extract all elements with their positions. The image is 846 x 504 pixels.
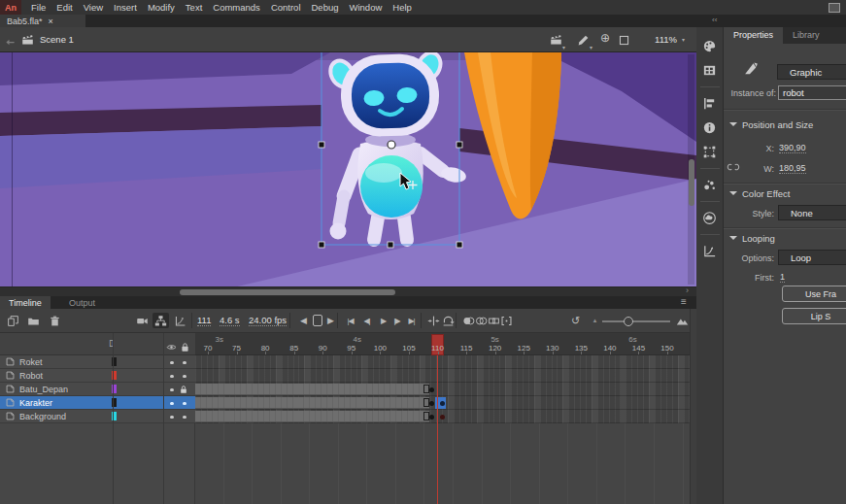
collapse-triangle-icon[interactable]	[729, 236, 737, 244]
zoom-level-select[interactable]: 111% ▾	[631, 32, 688, 47]
layer-name[interactable]: Batu_Depan	[19, 385, 68, 394]
collapse-triangle-icon[interactable]	[729, 122, 737, 130]
new-folder-button[interactable]	[25, 313, 42, 328]
brush-library-panel-icon[interactable]	[698, 173, 722, 197]
use-frame-picker-button[interactable]: Use Fra	[782, 286, 846, 302]
color-panel-icon[interactable]	[698, 34, 722, 58]
new-layer-button[interactable]	[5, 313, 21, 328]
menu-window[interactable]: Window	[350, 2, 383, 13]
section-color-effect[interactable]: Color Effect	[729, 188, 790, 199]
layer-name[interactable]: Roket	[19, 357, 43, 367]
loop-options-select[interactable]: Loop	[778, 250, 846, 265]
layer-lock-icon[interactable]	[179, 385, 188, 394]
symbol-type-select[interactable]: Graphic	[777, 64, 846, 80]
lock-icon[interactable]	[180, 339, 190, 356]
app-logo[interactable]: An	[0, 0, 21, 15]
layer-row-left[interactable]: Robot	[0, 369, 195, 383]
keyframe-dot[interactable]	[440, 415, 445, 420]
tab-library[interactable]: Library	[783, 27, 829, 44]
layer-row-left[interactable]: Roket	[0, 355, 195, 369]
loop-playback-button[interactable]	[440, 313, 457, 328]
menu-control[interactable]: Control	[271, 2, 301, 13]
menu-view[interactable]: View	[84, 2, 103, 13]
shorter-frames-icon[interactable]: ▴	[587, 313, 603, 328]
layer-row-left[interactable]: Background	[0, 410, 195, 423]
transform-panel-icon[interactable]	[698, 140, 722, 164]
layer-visibility-dot[interactable]	[170, 361, 174, 365]
menu-help[interactable]: Help	[392, 2, 412, 13]
menu-file[interactable]: File	[31, 2, 46, 13]
tab-timeline[interactable]: Timeline	[0, 296, 51, 309]
back-arrow-icon[interactable]	[5, 34, 16, 51]
layer-lock-dot[interactable]	[183, 375, 186, 379]
layer-name[interactable]: Robot	[19, 371, 43, 381]
keyframe-dot[interactable]	[440, 401, 445, 406]
keyframe-dot[interactable]	[429, 387, 434, 392]
modify-markers-button[interactable]	[498, 313, 515, 328]
current-frame-value[interactable]: 111	[197, 315, 211, 326]
scene-name-label[interactable]: Scene 1	[40, 34, 74, 45]
slider-knob[interactable]	[624, 317, 633, 326]
collapse-panels-icon[interactable]: ‹‹	[712, 16, 717, 24]
layer-visibility-dot[interactable]	[170, 416, 174, 420]
end-frame-marker[interactable]	[423, 412, 429, 420]
x-value[interactable]: 390,90	[779, 143, 806, 153]
play-button[interactable]: ▶	[376, 313, 390, 328]
section-looping[interactable]: Looping	[729, 233, 775, 244]
keyframe-dot[interactable]	[429, 401, 434, 406]
first-frame-value[interactable]: 1	[780, 272, 785, 283]
goto-first-frame-button[interactable]: |◀	[343, 313, 357, 328]
reset-timeline-zoom-button[interactable]: ↺	[567, 313, 584, 328]
add-camera-button[interactable]	[134, 313, 151, 328]
frame-span[interactable]	[195, 384, 429, 395]
scroll-right-icon[interactable]: ›	[686, 286, 689, 295]
edit-symbols-button[interactable]: ▾	[577, 33, 592, 50]
frame-span[interactable]	[195, 411, 429, 422]
panel-menu-icon[interactable]: ≡	[681, 296, 687, 307]
stage-horizontal-scrollbar[interactable]: ›	[0, 286, 696, 296]
layer-visibility-dot[interactable]	[170, 388, 174, 392]
layer-lock-dot[interactable]	[183, 361, 186, 365]
section-position-size[interactable]: Position and Size	[729, 119, 813, 130]
delete-layer-button[interactable]	[47, 313, 63, 328]
playhead-line[interactable]	[437, 355, 439, 504]
motion-editor-panel-icon[interactable]	[698, 239, 722, 263]
collapse-triangle-icon[interactable]	[729, 191, 737, 199]
center-frame-button[interactable]: ⊕	[600, 31, 610, 45]
layer-parenting-button[interactable]	[152, 313, 169, 328]
vertical-scroll-thumb[interactable]	[689, 159, 694, 206]
info-panel-icon[interactable]	[698, 116, 722, 140]
layer-lock-dot[interactable]	[183, 402, 186, 406]
menu-debug[interactable]: Debug	[312, 2, 339, 13]
stage-viewport[interactable]	[0, 52, 696, 286]
layer-row-left[interactable]: Karakter	[0, 396, 195, 410]
layer-visibility-dot[interactable]	[170, 375, 174, 379]
taller-frames-icon[interactable]	[674, 313, 691, 328]
menu-modify[interactable]: Modify	[148, 2, 175, 13]
stage-vertical-scrollbar[interactable]	[688, 54, 694, 285]
timeline-zoom-slider[interactable]	[602, 319, 670, 323]
menu-edit[interactable]: Edit	[56, 2, 72, 13]
menu-text[interactable]: Text	[186, 2, 202, 13]
tab-output[interactable]: Output	[60, 296, 104, 309]
next-keyframe-button[interactable]: |▶	[389, 313, 404, 328]
layer-depth-button[interactable]	[172, 313, 188, 328]
layer-name[interactable]: Karakter	[19, 398, 52, 408]
menu-commands[interactable]: Commands	[213, 2, 260, 13]
document-tab[interactable]: Bab5.fla* ×	[0, 15, 85, 27]
swatches-panel-icon[interactable]	[698, 58, 722, 83]
cc-libraries-panel-icon[interactable]	[698, 206, 722, 230]
instance-name-field[interactable]: robot	[778, 85, 846, 100]
window-icon[interactable]	[829, 3, 840, 13]
align-panel-icon[interactable]	[698, 91, 722, 116]
end-frame-marker[interactable]	[423, 385, 429, 393]
eye-icon[interactable]	[166, 339, 177, 356]
layer-name[interactable]: Background	[19, 412, 66, 421]
layer-row-left[interactable]: Batu_Depan	[0, 383, 195, 396]
frame-span[interactable]	[195, 397, 429, 409]
clip-content-button[interactable]	[618, 33, 630, 50]
layer-visibility-dot[interactable]	[170, 402, 174, 406]
lip-syncing-button[interactable]: Lip S	[782, 308, 846, 324]
playhead[interactable]	[431, 334, 444, 355]
end-frame-marker[interactable]	[423, 398, 429, 407]
